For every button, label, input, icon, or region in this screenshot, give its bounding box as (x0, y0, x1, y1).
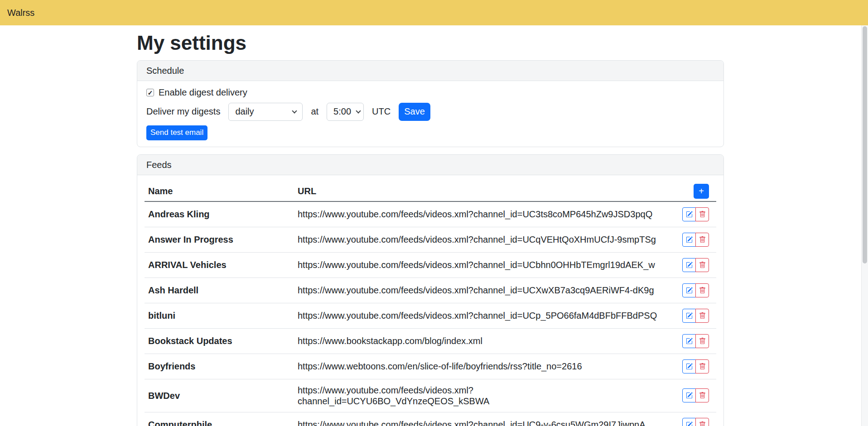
deliver-digests-label: Deliver my digests (146, 106, 220, 117)
schedule-card: Schedule ✓ Enable digest delivery Delive… (137, 60, 724, 147)
feeds-card-header: Feeds (137, 155, 723, 175)
edit-icon (686, 236, 693, 243)
trash-icon (699, 262, 706, 268)
feeds-card: Feeds Name URL + Andreas Kling https://w… (137, 154, 724, 426)
edit-icon (686, 211, 693, 218)
feeds-card-body: Name URL + Andreas Kling https://www.you… (137, 175, 723, 426)
edit-feed-button[interactable] (682, 334, 696, 348)
feed-url: https://www.webtoons.com/en/slice-of-lif… (294, 354, 662, 379)
column-header-name: Name (145, 182, 294, 201)
time-select[interactable]: 5:00 (327, 103, 364, 121)
enable-digest-checkbox[interactable]: ✓ (146, 89, 154, 96)
trash-icon (699, 312, 706, 319)
navbar-brand[interactable]: Walrss (7, 8, 34, 18)
feeds-table-body: Andreas Kling https://www.youtube.com/fe… (145, 201, 716, 426)
feed-name: Computerphile (145, 412, 294, 426)
edit-feed-button[interactable] (682, 309, 696, 323)
schedule-card-header: Schedule (137, 61, 723, 81)
table-row: Ash Hardell https://www.youtube.com/feed… (145, 278, 716, 303)
feed-actions (682, 283, 709, 297)
feed-name: Andreas Kling (145, 201, 294, 227)
table-row: Bookstack Updates https://www.bookstacka… (145, 328, 716, 354)
feed-url: https://www.youtube.com/feeds/videos.xml… (294, 303, 662, 328)
checkmark-icon: ✓ (148, 90, 153, 96)
schedule-card-body: ✓ Enable digest delivery Deliver my dige… (137, 81, 723, 147)
edit-feed-button[interactable] (682, 418, 696, 426)
delete-feed-button[interactable] (695, 233, 709, 247)
trash-icon (699, 236, 706, 243)
table-row: BWDev https://www.youtube.com/feeds/vide… (145, 379, 716, 412)
scrollbar[interactable] (861, 25, 868, 426)
trash-icon (699, 287, 706, 294)
edit-icon (686, 262, 693, 268)
edit-feed-button[interactable] (682, 283, 696, 297)
edit-feed-button[interactable] (682, 207, 696, 221)
edit-icon (686, 421, 693, 426)
save-button[interactable]: Save (399, 103, 430, 121)
timezone-label: UTC (372, 106, 391, 117)
table-row: bitluni https://www.youtube.com/feeds/vi… (145, 303, 716, 328)
delete-feed-button[interactable] (695, 388, 709, 402)
feed-url: https://www.youtube.com/feeds/videos.xml… (294, 227, 662, 252)
feed-url: https://www.youtube.com/feeds/videos.xml… (294, 201, 662, 227)
edit-icon (686, 392, 693, 399)
feed-actions (682, 418, 709, 426)
trash-icon (699, 338, 706, 345)
edit-icon (686, 312, 693, 319)
feed-name: Bookstack Updates (145, 328, 294, 354)
delete-feed-button[interactable] (695, 334, 709, 348)
trash-icon (699, 392, 706, 399)
edit-icon (686, 287, 693, 294)
delete-feed-button[interactable] (695, 418, 709, 426)
navbar: Walrss (0, 0, 868, 25)
delete-feed-button[interactable] (695, 283, 709, 297)
feed-name: bitluni (145, 303, 294, 328)
delete-feed-button[interactable] (695, 359, 709, 373)
enable-digest-label: Enable digest delivery (159, 87, 247, 98)
feed-name: Boyfriends (145, 354, 294, 379)
delete-feed-button[interactable] (695, 309, 709, 323)
feed-name: Ash Hardell (145, 278, 294, 303)
feed-actions (682, 207, 709, 221)
edit-icon (686, 363, 693, 370)
feeds-table-header-row: Name URL + (145, 182, 716, 201)
edit-feed-button[interactable] (682, 359, 696, 373)
chevron-down-icon (292, 108, 297, 113)
feed-actions (682, 388, 709, 402)
at-label: at (311, 106, 318, 117)
feed-name: Answer In Progress (145, 227, 294, 252)
trash-icon (699, 421, 706, 426)
table-row: Computerphile https://www.youtube.com/fe… (145, 412, 716, 426)
scrollbar-thumb[interactable] (863, 26, 867, 263)
feed-actions (682, 309, 709, 323)
feed-actions (682, 258, 709, 272)
page-title: My settings (137, 32, 724, 55)
edit-icon (686, 338, 693, 345)
feed-name: ARRIVAL Vehicles (145, 252, 294, 278)
delete-feed-button[interactable] (695, 207, 709, 221)
feed-name: BWDev (145, 379, 294, 412)
frequency-select-value: daily (235, 106, 254, 117)
feed-url: https://www.youtube.com/feeds/videos.xml… (294, 412, 662, 426)
table-row: ARRIVAL Vehicles https://www.youtube.com… (145, 252, 716, 278)
table-row: Andreas Kling https://www.youtube.com/fe… (145, 201, 716, 227)
edit-feed-button[interactable] (682, 258, 696, 272)
feed-url: https://www.youtube.com/feeds/videos.xml… (294, 278, 662, 303)
feed-url: https://www.youtube.com/feeds/videos.xml… (294, 379, 662, 412)
feed-actions (682, 233, 709, 247)
send-test-email-button[interactable]: Send test email (146, 125, 207, 140)
frequency-select[interactable]: daily (228, 103, 303, 121)
feed-url: https://www.youtube.com/feeds/videos.xml… (294, 252, 662, 278)
edit-feed-button[interactable] (682, 233, 696, 247)
table-row: Answer In Progress https://www.youtube.c… (145, 227, 716, 252)
time-select-value: 5:00 (333, 106, 351, 117)
feed-url: https://www.bookstackapp.com/blog/index.… (294, 328, 662, 354)
delete-feed-button[interactable] (695, 258, 709, 272)
add-feed-button[interactable]: + (694, 184, 709, 199)
edit-feed-button[interactable] (682, 388, 696, 402)
table-row: Boyfriends https://www.webtoons.com/en/s… (145, 354, 716, 379)
trash-icon (699, 363, 706, 370)
feeds-table: Name URL + Andreas Kling https://www.you… (145, 182, 716, 426)
main-content: My settings Schedule ✓ Enable digest del… (137, 32, 724, 426)
trash-icon (699, 211, 706, 218)
